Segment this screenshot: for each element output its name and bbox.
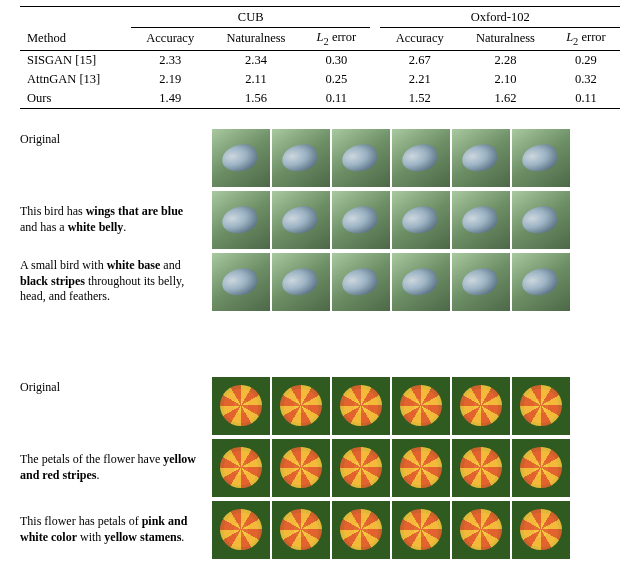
flower-thumbnail [212, 501, 270, 559]
bird-thumbnail [272, 253, 330, 311]
table-row: Ours 1.49 1.56 0.11 1.52 1.62 0.11 [20, 89, 620, 109]
flower-thumbnail [272, 439, 330, 497]
flower-thumbnail [212, 439, 270, 497]
col-l2-cub: L2 error [302, 28, 370, 51]
flower-thumbnail [512, 501, 570, 559]
bird-thumbnail [392, 253, 450, 311]
bird-thumbnail [332, 253, 390, 311]
bird-thumbnail [452, 129, 510, 187]
flower-thumbnail [332, 439, 390, 497]
bird-thumbnail [212, 129, 270, 187]
bird-thumbnail [512, 191, 570, 249]
row-label-original-birds: Original [20, 129, 210, 187]
flower-thumbnail [452, 501, 510, 559]
flower-thumbnail [332, 501, 390, 559]
col-accuracy-cub: Accuracy [131, 28, 210, 51]
bird-thumbnail [452, 253, 510, 311]
bird-thumbnail [512, 253, 570, 311]
bird-thumbnail [332, 191, 390, 249]
bird-thumbnail [512, 129, 570, 187]
bird-thumbnail [332, 129, 390, 187]
method-cell: AttnGAN [13] [20, 70, 131, 89]
flower-thumbnail [392, 377, 450, 435]
flower-thumbnail [392, 439, 450, 497]
row-label-white-base: A small bird with white base and black s… [20, 253, 210, 311]
bird-thumbnail [272, 191, 330, 249]
flower-thumbnail [332, 377, 390, 435]
row-label-original-flowers: Original [20, 377, 210, 435]
dataset-header-oxford: Oxford-102 [380, 7, 620, 28]
qualitative-figure: Original This bird has wings that are bl… [20, 129, 620, 559]
flower-thumbnail [512, 377, 570, 435]
col-naturalness-cub: Naturalness [210, 28, 303, 51]
bird-thumbnail [212, 191, 270, 249]
row-label-blue-wings: This bird has wings that are blue and ha… [20, 191, 210, 249]
row-label-yellow-red: The petals of the flower have yellow and… [20, 439, 210, 497]
col-naturalness-oxford: Naturalness [459, 28, 552, 51]
bird-thumbnail [452, 191, 510, 249]
flower-thumbnail [392, 501, 450, 559]
method-cell: Ours [20, 89, 131, 109]
flower-thumbnail [452, 377, 510, 435]
table-row: AttnGAN [13] 2.19 2.11 0.25 2.21 2.10 0.… [20, 70, 620, 89]
flower-thumbnail [452, 439, 510, 497]
col-accuracy-oxford: Accuracy [380, 28, 459, 51]
bird-thumbnail [212, 253, 270, 311]
bird-thumbnail [392, 129, 450, 187]
table-row: SISGAN [15] 2.33 2.34 0.30 2.67 2.28 0.2… [20, 50, 620, 70]
dataset-header-cub: CUB [131, 7, 371, 28]
flower-thumbnail [212, 377, 270, 435]
method-cell: SISGAN [15] [20, 50, 131, 70]
section-gap [20, 315, 570, 329]
flower-thumbnail [272, 377, 330, 435]
flower-thumbnail [512, 439, 570, 497]
col-l2-oxford: L2 error [552, 28, 620, 51]
flower-thumbnail [272, 501, 330, 559]
results-table: CUB Oxford-102 Method Accuracy Naturalne… [20, 6, 620, 109]
method-header: Method [20, 28, 131, 51]
row-label-pink-white: This flower has petals of pink and white… [20, 501, 210, 559]
bird-thumbnail [272, 129, 330, 187]
bird-thumbnail [392, 191, 450, 249]
